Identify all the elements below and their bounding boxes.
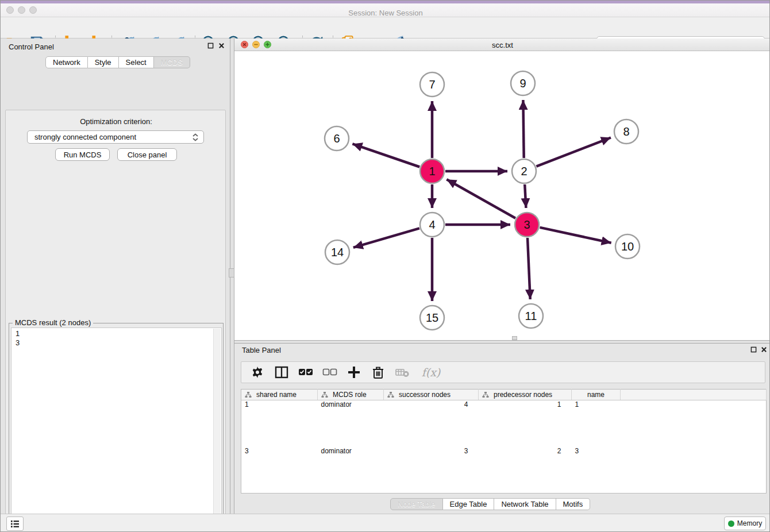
column-header-mcds-role[interactable]: MCDS role (318, 390, 384, 400)
graph-node-label: 6 (333, 132, 340, 145)
control-panel: Control Panel Network Style Select MCDS … (1, 38, 230, 514)
memory-status-icon (728, 521, 734, 527)
tab-select[interactable]: Select (119, 56, 154, 68)
tab-network[interactable]: Network (45, 56, 88, 68)
main-titlebar: Session: New Session (1, 3, 770, 17)
mcds-result-item: 1 (16, 329, 221, 338)
main-toolbar (1, 17, 770, 38)
graph-edge-3-10[interactable] (540, 228, 611, 243)
scrollbar-track[interactable] (213, 329, 221, 532)
control-panel-title: Control Panel (9, 43, 54, 51)
table-toolbar: f(x) (241, 361, 765, 383)
network-graph[interactable]: 1234678910111415 (234, 51, 770, 340)
deselect-all-icon[interactable] (322, 364, 338, 380)
graph-node-label: 2 (521, 165, 527, 178)
status-bar: Memory (1, 514, 770, 532)
column-header-shared-name[interactable]: shared name (241, 390, 318, 400)
select-all-icon[interactable] (298, 364, 314, 380)
graph-edge-2-8[interactable] (536, 138, 611, 167)
column-type-icon (482, 391, 489, 398)
close-panel-button[interactable]: Close panel (117, 148, 177, 161)
show-log-button[interactable] (6, 516, 24, 531)
graph-node-label: 3 (523, 218, 530, 231)
criterion-value: strongly connected component (34, 133, 191, 141)
tab-edge-table[interactable]: Edge Table (443, 498, 495, 510)
graph-node-label: 4 (429, 218, 435, 231)
float-panel-icon[interactable] (207, 42, 214, 49)
list-icon (10, 520, 20, 528)
close-table-panel-icon[interactable] (760, 346, 768, 353)
control-panel-tabs: Network Style Select MCDS (45, 56, 190, 68)
function-builder-icon-disabled: f(x) (418, 364, 444, 380)
table-settings-gear-icon[interactable] (249, 364, 265, 380)
graph-node-label: 11 (525, 310, 537, 322)
add-column-icon[interactable] (346, 364, 362, 380)
tab-style[interactable]: Style (88, 56, 119, 68)
mcds-result-item: 3 (16, 338, 221, 348)
mcds-result-list[interactable]: 1 3 (11, 327, 222, 532)
graph-node-label: 14 (331, 246, 344, 259)
table-panel: Table Panel (234, 344, 770, 514)
graph-edge-2-9[interactable] (523, 100, 523, 158)
column-header-predecessor-nodes[interactable]: predecessor nodes (479, 390, 572, 400)
application-window: Session: New Session (0, 0, 770, 532)
node-attribute-table[interactable]: shared name MCDS role successor nodes pr… (241, 389, 767, 494)
toggle-column-panel-icon[interactable] (274, 364, 290, 380)
graph-node-label: 7 (429, 78, 435, 91)
tab-motifs[interactable]: Motifs (556, 498, 591, 510)
graph-edge-4-14[interactable] (353, 228, 419, 248)
optimization-criterion-label: Optimization criterion: (6, 117, 226, 126)
dropdown-stepper-icon (191, 133, 200, 142)
mcds-panel: Optimization criterion: strongly connect… (5, 110, 226, 532)
network-window-title: scc.txt (234, 41, 770, 49)
criterion-dropdown[interactable]: strongly connected component (27, 130, 204, 144)
delete-column-icon[interactable] (370, 364, 386, 380)
memory-button[interactable]: Memory (724, 516, 766, 530)
column-header-successor-nodes[interactable]: successor nodes (384, 390, 479, 400)
mcds-result-group: MCDS result (2 nodes) 1 3 (9, 323, 224, 532)
graph-edge-1-6[interactable] (352, 144, 419, 167)
memory-label: Memory (737, 519, 762, 527)
canvas-resize-grip[interactable] (512, 336, 517, 340)
fx-label: f(x) (422, 366, 441, 379)
graph-node-label: 8 (623, 125, 629, 138)
mcds-result-title: MCDS result (2 nodes) (13, 318, 93, 327)
splitter-grip[interactable] (229, 268, 234, 277)
table-tabs: Node Table Edge Table Network Table Moti… (390, 498, 590, 510)
table-row[interactable]: 3 dominator 3 2 3 (241, 447, 767, 494)
graph-node-label: 9 (519, 77, 526, 90)
graph-node-label: 15 (426, 311, 438, 324)
close-panel-icon[interactable] (218, 42, 225, 49)
delete-table-icon-disabled (394, 364, 410, 380)
run-mcds-button[interactable]: Run MCDS (55, 148, 110, 161)
column-header-name[interactable]: name (572, 390, 621, 400)
graph-edge-3-1[interactable] (446, 179, 515, 218)
graph-node-label: 1 (429, 165, 435, 178)
tab-network-table[interactable]: Network Table (494, 498, 556, 510)
tab-node-table[interactable]: Node Table (390, 498, 443, 510)
column-type-icon (321, 391, 328, 398)
vertical-splitter[interactable] (230, 38, 234, 514)
window-title: Session: New Session (1, 9, 770, 17)
network-view-window: scc.txt 1234678910111415 (234, 38, 770, 341)
table-panel-title: Table Panel (242, 346, 281, 354)
column-type-icon (245, 391, 252, 398)
column-type-icon (387, 391, 394, 398)
tab-mcds[interactable]: MCDS (154, 56, 190, 68)
graph-edge-2-3[interactable] (525, 184, 526, 208)
network-window-titlebar: scc.txt (234, 38, 770, 51)
float-table-panel-icon[interactable] (750, 346, 757, 353)
graph-edge-3-11[interactable] (528, 238, 530, 299)
graph-node-label: 10 (621, 240, 634, 253)
table-header-row: shared name MCDS role successor nodes pr… (241, 390, 767, 400)
table-row[interactable]: 1 dominator 4 1 1 (241, 400, 767, 447)
column-header-filler (621, 390, 767, 400)
